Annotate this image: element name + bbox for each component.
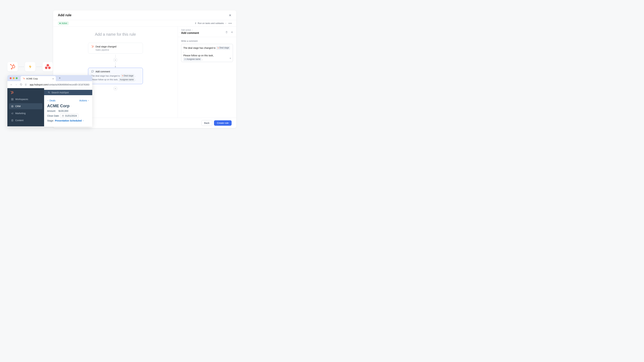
svg-rect-41 bbox=[12, 99, 13, 100]
contact-icon bbox=[11, 105, 14, 108]
trigger-card[interactable]: Deal stage changed Sales pipeline bbox=[88, 43, 143, 54]
close-window-icon[interactable] bbox=[10, 77, 12, 79]
dialog-title: Add rule bbox=[58, 13, 72, 17]
hubspot-logo[interactable] bbox=[10, 91, 42, 94]
svg-line-49 bbox=[49, 93, 50, 93]
back-button[interactable]: ← bbox=[10, 83, 12, 86]
action-card[interactable]: Add comment The deal stage has changed t… bbox=[88, 68, 143, 84]
svg-rect-26 bbox=[25, 84, 26, 85]
hubspot-main: Search HubSpot Deals Actions ACME Corp bbox=[44, 88, 92, 126]
svg-line-20 bbox=[218, 47, 218, 48]
status-text: Active bbox=[62, 22, 67, 24]
rule-name-input[interactable]: Add a name for this rule bbox=[53, 32, 178, 37]
reload-button[interactable] bbox=[20, 83, 22, 86]
sidebar-item-workspaces[interactable]: Workspaces bbox=[9, 96, 42, 102]
svg-point-29 bbox=[26, 84, 27, 85]
svg-point-37 bbox=[11, 93, 12, 94]
browser-window: ACME Corp × + ← → app.hubspot.com/contac… bbox=[8, 75, 92, 127]
close-date-field: Close Date: 01/01/2024 bbox=[47, 114, 89, 118]
lightning-icon bbox=[194, 22, 197, 24]
sidebar-item-crm[interactable]: CRM bbox=[9, 103, 42, 109]
dialog-header: Add rule bbox=[53, 10, 236, 20]
svg-point-22 bbox=[24, 78, 25, 79]
svg-point-12 bbox=[93, 45, 93, 46]
run-scope-label: Run on tasks and subtasks bbox=[198, 22, 224, 24]
new-tab-button[interactable]: + bbox=[59, 76, 61, 80]
svg-point-28 bbox=[26, 84, 26, 84]
svg-point-35 bbox=[11, 91, 11, 91]
svg-point-8 bbox=[45, 66, 48, 69]
browser-tab-bar: ACME Corp × + bbox=[8, 75, 92, 81]
comment-input[interactable]: The deal stage has changed to Deal stage… bbox=[181, 44, 233, 62]
deal-title: ACME Corp bbox=[47, 104, 89, 108]
sidebar-header: Add action Add comment bbox=[178, 26, 236, 37]
chevron-right-icon bbox=[192, 29, 193, 31]
svg-point-4 bbox=[10, 64, 11, 65]
comment-icon bbox=[91, 70, 94, 73]
svg-line-13 bbox=[92, 46, 92, 46]
megaphone-icon bbox=[11, 112, 14, 115]
deal-stage-token[interactable]: Deal stage bbox=[216, 46, 230, 50]
person-icon bbox=[184, 58, 186, 60]
hubspot-sidebar: Workspaces CRM Marketing Content bbox=[8, 88, 44, 126]
site-settings-icon[interactable] bbox=[25, 83, 27, 86]
browser-tab[interactable]: ACME Corp × bbox=[21, 76, 56, 81]
sidebar-breadcrumb[interactable]: Add action bbox=[181, 29, 199, 31]
date-picker[interactable]: 01/01/2024 bbox=[60, 114, 78, 118]
svg-rect-39 bbox=[12, 98, 13, 99]
svg-line-23 bbox=[23, 78, 24, 78]
add-step-button[interactable]: + bbox=[114, 87, 117, 90]
svg-rect-40 bbox=[12, 99, 12, 100]
svg-rect-38 bbox=[12, 98, 12, 99]
search-input[interactable]: Search HubSpot bbox=[46, 90, 90, 95]
automation-tile bbox=[25, 62, 36, 71]
close-icon bbox=[228, 14, 232, 17]
sidebar-body: Write a comment The deal stage has chang… bbox=[178, 37, 236, 65]
status-badge[interactable]: Active bbox=[58, 21, 69, 25]
add-step-button[interactable]: + bbox=[114, 58, 117, 62]
forward-button[interactable]: → bbox=[15, 83, 18, 86]
close-button[interactable] bbox=[228, 13, 232, 17]
maximize-window-icon[interactable] bbox=[16, 77, 18, 79]
search-icon bbox=[48, 91, 50, 94]
trigger-subtitle: Sales pipeline bbox=[96, 49, 140, 51]
svg-point-2 bbox=[13, 64, 14, 65]
svg-rect-50 bbox=[62, 115, 64, 117]
svg-point-21 bbox=[185, 59, 185, 59]
actions-dropdown[interactable]: Actions bbox=[79, 99, 89, 102]
separator-dots bbox=[19, 66, 24, 67]
dialog-subheader: Active Run on tasks and subtasks bbox=[53, 20, 236, 26]
stage-dropdown[interactable]: Presentation Scheduled bbox=[55, 119, 84, 122]
action-body: The deal stage has changed to Deal stage… bbox=[91, 74, 140, 82]
caret-down-icon bbox=[82, 120, 84, 121]
hubspot-icon bbox=[91, 45, 94, 48]
window-controls[interactable] bbox=[10, 77, 18, 79]
svg-line-3 bbox=[11, 65, 13, 66]
svg-point-14 bbox=[92, 45, 92, 46]
svg-line-34 bbox=[11, 91, 12, 92]
back-button[interactable]: Back bbox=[202, 120, 212, 126]
deals-back-link[interactable]: Deals bbox=[47, 99, 56, 102]
assignee-token: Assignee name bbox=[119, 78, 135, 81]
calendar-icon bbox=[62, 115, 64, 117]
arrow-down-icon bbox=[114, 65, 116, 68]
assignee-token[interactable]: Assignee name bbox=[183, 57, 202, 61]
create-rule-button[interactable]: Create rule bbox=[214, 120, 232, 126]
sidebar-item-content[interactable]: Content bbox=[9, 117, 42, 123]
url-text[interactable]: app.hubspot.com/contacts/43649064/record… bbox=[30, 83, 90, 86]
address-bar: ← → app.hubspot.com/contacts/43649064/re… bbox=[8, 81, 92, 88]
document-icon bbox=[11, 119, 14, 122]
amount-field: Amount: $100,000 bbox=[47, 110, 89, 112]
tab-close-button[interactable]: × bbox=[52, 77, 54, 80]
caret-down-icon bbox=[88, 100, 89, 101]
chevron-left-icon bbox=[47, 100, 49, 101]
collapse-icon[interactable] bbox=[230, 31, 233, 33]
trash-icon[interactable] bbox=[225, 31, 228, 33]
more-menu[interactable] bbox=[228, 23, 232, 24]
status-dot bbox=[60, 23, 60, 24]
run-scope-dropdown[interactable]: Run on tasks and subtasks bbox=[194, 22, 226, 24]
sidebar-item-marketing[interactable]: Marketing bbox=[9, 110, 42, 116]
minimize-window-icon[interactable] bbox=[13, 77, 14, 79]
chevron-down-icon bbox=[225, 22, 226, 24]
insert-token-button[interactable]: + bbox=[230, 56, 231, 60]
